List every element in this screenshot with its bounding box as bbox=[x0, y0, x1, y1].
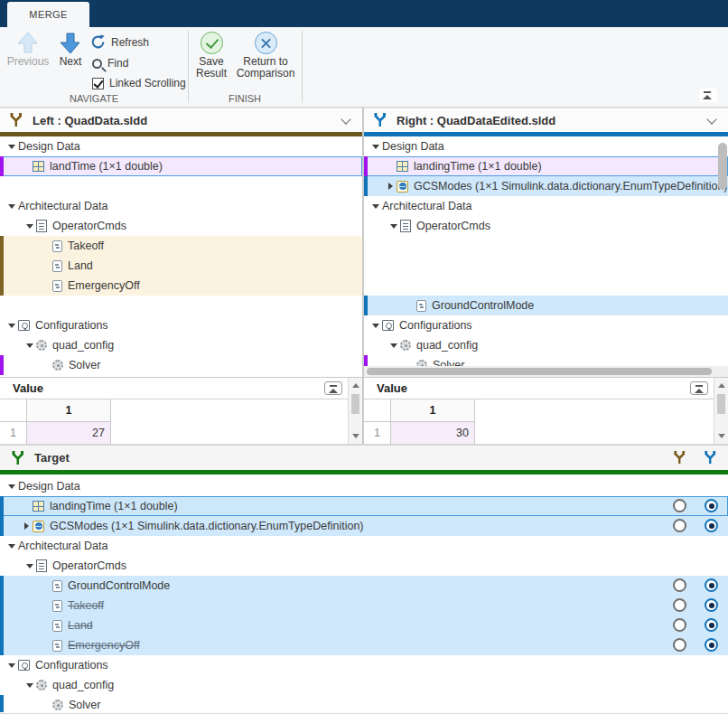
left-value-scrollbar[interactable] bbox=[348, 378, 362, 444]
up-arrow-icon bbox=[16, 32, 40, 54]
collapse-ribbon-button[interactable] bbox=[699, 89, 717, 102]
collapse-panel-button[interactable] bbox=[324, 381, 342, 395]
tree-row[interactable]: GroundControlMode bbox=[364, 296, 728, 315]
expander-open-icon[interactable] bbox=[5, 145, 18, 149]
tree-row[interactable]: Land bbox=[0, 256, 362, 276]
change-marker bbox=[0, 276, 4, 296]
expander-open-icon[interactable] bbox=[387, 224, 400, 229]
expander-open-icon[interactable] bbox=[23, 343, 36, 348]
target-branch-icon bbox=[10, 450, 25, 466]
tree-row[interactable]: Configurations bbox=[0, 315, 362, 335]
accept-right-radio[interactable] bbox=[705, 499, 718, 512]
chevron-down-icon[interactable] bbox=[706, 114, 716, 124]
find-button[interactable]: Find bbox=[92, 57, 128, 70]
tree-row[interactable]: OperatorCmds bbox=[0, 216, 362, 236]
tree-row-label: GCSModes (1×1 Simulink.data.dictionary.E… bbox=[50, 520, 364, 532]
scroll-up-icon[interactable] bbox=[352, 383, 359, 388]
tree-row[interactable]: Takeoff bbox=[0, 236, 362, 256]
tree-row[interactable]: EmergencyOff bbox=[0, 276, 362, 296]
tree-row[interactable]: GCSModes (1×1 Simulink.data.dictionary.E… bbox=[364, 176, 728, 196]
tab-merge[interactable]: MERGE bbox=[7, 2, 89, 27]
accept-right-radio[interactable] bbox=[705, 598, 718, 612]
expander-open-icon[interactable] bbox=[5, 544, 18, 549]
expander-open-icon[interactable] bbox=[5, 324, 18, 328]
previous-button[interactable]: Previous bbox=[5, 32, 51, 68]
tree-row[interactable]: Architectural Data bbox=[0, 536, 728, 556]
tree-row[interactable]: Configurations bbox=[0, 655, 728, 675]
expander-open-icon[interactable] bbox=[369, 145, 382, 149]
right-value-scrollbar[interactable] bbox=[714, 378, 728, 444]
row-header: 1 bbox=[0, 422, 27, 444]
change-marker bbox=[0, 496, 4, 516]
expander-open-icon[interactable] bbox=[369, 324, 382, 328]
chevron-down-icon[interactable] bbox=[341, 114, 350, 124]
tree-row[interactable]: Architectural Data bbox=[0, 196, 362, 216]
accept-right-radio[interactable] bbox=[705, 578, 718, 592]
save-result-button[interactable]: Save Result bbox=[191, 32, 232, 80]
accept-right-radio[interactable] bbox=[705, 519, 718, 532]
expander-open-icon[interactable] bbox=[5, 484, 18, 489]
expander-open-icon[interactable] bbox=[23, 224, 36, 229]
tree-row[interactable]: quad_config bbox=[364, 335, 728, 355]
accept-right-radio[interactable] bbox=[705, 618, 718, 632]
tree-row[interactable]: Solver bbox=[0, 695, 728, 712]
refresh-button[interactable]: Refresh bbox=[90, 34, 149, 50]
accept-left-radio[interactable] bbox=[673, 618, 686, 632]
expander-open-icon[interactable] bbox=[5, 663, 18, 668]
accept-left-radio[interactable] bbox=[673, 598, 686, 612]
right-pane: Right : QuadDataEdited.sldd Design Datal… bbox=[364, 108, 728, 444]
elem-icon bbox=[52, 280, 62, 292]
tree-row[interactable]: quad_config bbox=[0, 335, 362, 355]
left-source-column-icon[interactable] bbox=[672, 450, 686, 465]
accept-left-radio[interactable] bbox=[673, 638, 686, 652]
tree-row[interactable]: EmergencyOff bbox=[0, 635, 728, 655]
scroll-down-icon[interactable] bbox=[352, 434, 359, 438]
accept-left-radio[interactable] bbox=[673, 519, 686, 532]
right-source-column-icon[interactable] bbox=[703, 450, 717, 465]
expander-closed-icon[interactable] bbox=[384, 183, 397, 190]
tree-row[interactable]: Design Data bbox=[0, 476, 728, 496]
next-button[interactable]: Next bbox=[52, 32, 89, 68]
elem-icon bbox=[52, 620, 62, 632]
expander-open-icon[interactable] bbox=[369, 204, 382, 209]
tree-row[interactable]: OperatorCmds bbox=[364, 216, 728, 236]
tree-row[interactable]: Land bbox=[0, 615, 728, 635]
expander-open-icon[interactable] bbox=[387, 343, 400, 348]
tree-row[interactable]: Design Data bbox=[0, 136, 362, 156]
return-to-comparison-button[interactable]: Return to Comparison bbox=[233, 32, 298, 80]
linked-scrolling-toggle[interactable]: Linked Scrolling bbox=[92, 77, 186, 89]
scrollbar-thumb[interactable] bbox=[367, 368, 712, 375]
tree-row[interactable]: Takeoff bbox=[0, 596, 728, 615]
tree-row[interactable]: Solver bbox=[364, 355, 728, 366]
scrollbar-thumb[interactable] bbox=[351, 394, 359, 414]
accept-right-radio[interactable] bbox=[705, 638, 718, 652]
scroll-down-icon[interactable] bbox=[718, 434, 725, 438]
tree-row[interactable]: OperatorCmds bbox=[0, 556, 728, 576]
value-cell[interactable]: 27 bbox=[27, 422, 111, 444]
tree-row[interactable]: GCSModes (1×1 Simulink.data.dictionary.E… bbox=[0, 516, 728, 536]
expander-open-icon[interactable] bbox=[5, 204, 18, 209]
tree-row[interactable]: GroundControlMode bbox=[0, 576, 728, 596]
accept-left-radio[interactable] bbox=[673, 499, 686, 512]
expander-closed-icon[interactable] bbox=[20, 522, 33, 530]
tree-row-label: Architectural Data bbox=[382, 200, 471, 212]
collapse-panel-button[interactable] bbox=[690, 381, 708, 395]
tree-row[interactable]: Solver bbox=[0, 355, 362, 375]
scrollbar-thumb[interactable] bbox=[718, 143, 727, 190]
tree-row[interactable]: Design Data bbox=[364, 136, 728, 156]
accept-left-radio[interactable] bbox=[673, 578, 686, 592]
tree-row[interactable]: landingTime (1×1 double) bbox=[364, 156, 728, 176]
value-cell[interactable]: 30 bbox=[391, 422, 475, 444]
tree-row[interactable]: landingTime (1×1 double) bbox=[0, 496, 728, 516]
expander-open-icon[interactable] bbox=[23, 683, 36, 688]
tree-row[interactable]: landTime (1×1 double) bbox=[0, 156, 362, 176]
tree-row[interactable]: Architectural Data bbox=[364, 196, 728, 216]
search-icon bbox=[92, 59, 102, 69]
tree-row[interactable]: Configurations bbox=[364, 315, 728, 335]
scrollbar-thumb[interactable] bbox=[717, 394, 725, 414]
expander-open-icon[interactable] bbox=[23, 564, 36, 568]
horizontal-scrollbar[interactable] bbox=[364, 366, 728, 377]
scroll-up-icon[interactable] bbox=[718, 383, 725, 388]
find-label: Find bbox=[107, 57, 128, 70]
tree-row[interactable]: quad_config bbox=[0, 675, 728, 695]
